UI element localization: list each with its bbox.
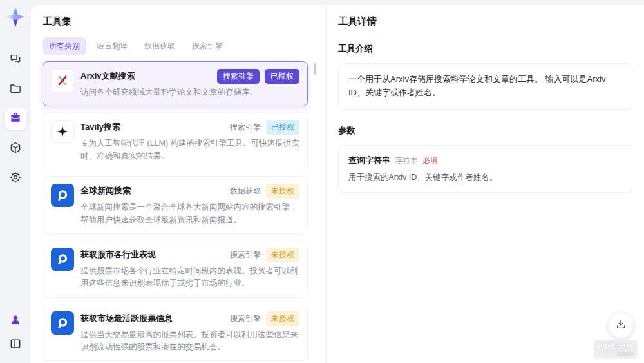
tab-3[interactable]: 搜索引擎	[185, 37, 229, 55]
auth-badge: 已授权	[266, 120, 299, 135]
detail-title: 工具详情	[338, 15, 632, 28]
tool-title: 获取市场最活跃股票信息	[80, 311, 225, 324]
app-logo-icon	[6, 6, 25, 28]
category-tag: 搜索引擎	[230, 250, 261, 260]
download-button[interactable]	[609, 313, 633, 338]
sidebar-item-plugins[interactable]	[5, 138, 26, 159]
tool-card[interactable]: 获取股市各行业表现 搜索引擎未授权 提供股票市场各个行业在特定时间段内的表现。投…	[43, 240, 308, 298]
tool-description: 全球新闻搜索是一个聚合全球各大新闻网站内容的搜索引擎，帮助用户快速获取全球最新资…	[80, 201, 299, 226]
folder-icon	[9, 82, 22, 97]
tool-detail-pane: 工具详情 工具介绍 一个用于从Arxiv存储库搜索科学论文和文章的工具。 输入可…	[326, 5, 644, 363]
tool-card[interactable]: Arxiv文献搜索 搜索引擎已授权 访问各个研究领域大量科学论文和文章的存储库。	[43, 61, 308, 106]
intro-box: 一个用于从Arxiv存储库搜索科学论文和文章的工具。 输入可以是Arxiv ID…	[338, 63, 632, 110]
sidebar-bottom	[6, 312, 24, 354]
intel-core-badge: intel core	[594, 340, 638, 359]
sidebar-item-tools[interactable]	[5, 108, 26, 130]
intro-text: 一个用于从Arxiv存储库搜索科学论文和文章的工具。 输入可以是Arxiv ID…	[348, 73, 622, 100]
tool-title: Tavily搜索	[80, 120, 225, 133]
tool-description: 访问各个研究领域大量科学论文和文章的存储库。	[80, 86, 299, 99]
tool-list-pane: 工具集 所有类别语言翻译数据获取搜索引擎 Arxiv文献搜索 搜索引擎已授权 访…	[31, 5, 326, 363]
arxiv-icon	[51, 69, 74, 92]
tool-tags: 搜索引擎未授权	[230, 311, 299, 326]
tool-list: Arxiv文献搜索 搜索引擎已授权 访问各个研究领域大量科学论文和文章的存储库。…	[43, 61, 308, 363]
tool-title: Arxiv文献搜索	[80, 69, 212, 82]
param-name: 查询字符串	[348, 155, 390, 166]
tool-tags: 数据获取未授权	[230, 184, 299, 199]
auth-badge: 未授权	[266, 248, 299, 262]
params-heading: 参数	[338, 125, 632, 137]
cube-icon	[9, 141, 22, 157]
tool-description: 提供股票市场各个行业在特定时间段内的表现。投资者可以利用这些信息来识别表现优于或…	[80, 265, 299, 290]
panel-toggle-icon	[9, 337, 22, 353]
param-head: 查询字符串 字符串 必填	[348, 155, 622, 166]
tool-description: 专为人工智能代理 (LLM) 构建的搜索引擎工具。可快速提供实时、准确和真实的结…	[80, 137, 299, 162]
briefcase-icon	[9, 112, 22, 127]
tool-tags: 搜索引擎未授权	[230, 248, 299, 262]
param-desc: 用于搜索的Arxiv ID、关键字或作者姓名。	[348, 172, 622, 183]
sidebar-nav	[5, 49, 26, 189]
sidebar-item-files[interactable]	[5, 79, 26, 100]
category-tabs: 所有类别语言翻译数据获取搜索引擎	[43, 37, 308, 55]
auth-badge[interactable]: 已授权	[265, 69, 299, 84]
tool-tags: 搜索引擎已授权	[230, 120, 299, 135]
auth-badge[interactable]: 搜索引擎	[217, 69, 260, 84]
tool-title: 获取股市各行业表现	[80, 248, 225, 260]
category-tag: 搜索引擎	[230, 313, 261, 324]
param-required-badge: 必填	[423, 156, 438, 166]
tab-2[interactable]: 数据获取	[138, 37, 182, 55]
tab-0[interactable]: 所有类别	[43, 37, 86, 55]
param-box: 查询字符串 字符串 必填 用于搜索的Arxiv ID、关键字或作者姓名。	[338, 145, 632, 193]
tool-card[interactable]: Tavily搜索 搜索引擎已授权 专为人工智能代理 (LLM) 构建的搜索引擎工…	[43, 112, 308, 170]
blueq-icon	[51, 248, 74, 271]
category-tag: 搜索引擎	[230, 122, 261, 133]
blueq-icon	[51, 184, 74, 207]
auth-badge: 未授权	[266, 184, 299, 199]
tool-title: 全球新闻搜索	[80, 184, 225, 197]
sidebar-item-chat[interactable]	[5, 49, 26, 70]
page-title: 工具集	[43, 15, 308, 28]
main-panel: 工具集 所有类别语言翻译数据获取搜索引擎 Arxiv文献搜索 搜索引擎已授权 访…	[31, 5, 644, 363]
app-window: 工具集 所有类别语言翻译数据获取搜索引擎 Arxiv文献搜索 搜索引擎已授权 访…	[0, 0, 644, 363]
tool-description: 提供当天交易量最高的股票列表。投资者可以利用这些信息来识别流动性强的股票和潜在的…	[80, 329, 299, 354]
scrollbar-thumb[interactable]	[314, 63, 316, 75]
user-avatar-icon	[9, 313, 22, 329]
download-icon	[615, 319, 627, 333]
tool-card[interactable]: 全球新闻搜索 数据获取未授权 全球新闻搜索是一个聚合全球各大新闻网站内容的搜索引…	[43, 176, 308, 234]
gear-icon	[9, 171, 22, 186]
blueq-icon	[51, 311, 74, 335]
category-tag: 数据获取	[230, 186, 261, 197]
param-type: 字符串	[395, 156, 418, 166]
chat-icon	[9, 52, 22, 68]
sidebar-item-collapse[interactable]	[6, 336, 24, 354]
list-scrollbar[interactable]	[314, 63, 316, 360]
sidebar	[0, 0, 31, 363]
sidebar-item-settings[interactable]	[5, 168, 26, 189]
tab-1[interactable]: 语言翻译	[90, 37, 134, 55]
tavily-icon	[51, 120, 74, 143]
auth-badge: 未授权	[266, 311, 299, 326]
intel-core-submark	[617, 352, 634, 356]
intro-heading: 工具介绍	[338, 43, 632, 55]
tool-tags: 搜索引擎已授权	[217, 69, 299, 84]
sidebar-item-account[interactable]	[6, 312, 24, 330]
intel-core-label: intel core	[596, 342, 635, 351]
tool-card[interactable]: 获取市场最活跃股票信息 搜索引擎未授权 提供当天交易量最高的股票列表。投资者可以…	[43, 304, 308, 362]
